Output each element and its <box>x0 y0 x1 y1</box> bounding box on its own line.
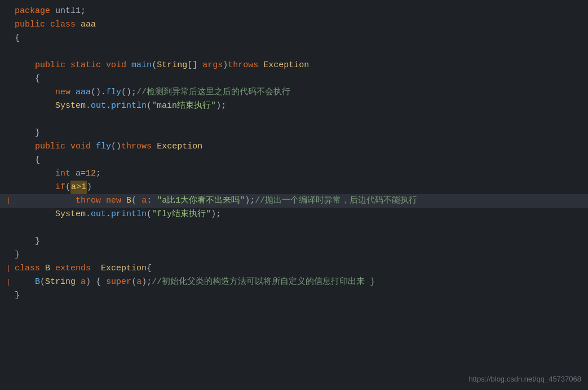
token: aaa <box>76 86 91 99</box>
token <box>40 262 45 275</box>
token: ); <box>142 275 152 289</box>
code-line: if(a>1) <box>0 181 588 194</box>
code-line: | throw new B( a: "a比1大你看不出来吗");//抛出一个编译… <box>0 194 588 208</box>
token <box>76 275 81 289</box>
token <box>91 140 96 154</box>
token: ( <box>65 181 70 194</box>
code-line: System.out.println("main结束执行"); <box>0 99 588 113</box>
token <box>45 18 50 32</box>
token <box>258 59 263 72</box>
token: : <box>147 194 157 208</box>
token: class <box>15 262 40 275</box>
token: Exception <box>263 59 309 72</box>
token: throw <box>76 194 101 208</box>
code-content: package untl1;public class aaa{ public s… <box>0 5 588 303</box>
token <box>15 59 35 72</box>
token: B <box>126 194 131 208</box>
token: new <box>106 194 121 208</box>
token: 12 <box>86 167 96 181</box>
line-gutter: | <box>5 277 12 288</box>
token: println <box>111 99 147 113</box>
token: System <box>55 208 86 221</box>
token: } <box>15 289 20 303</box>
code-line: } <box>0 235 588 248</box>
token: throws <box>121 140 152 154</box>
token <box>76 18 81 32</box>
token: public <box>15 18 45 32</box>
token <box>15 140 35 154</box>
token: . <box>86 99 91 113</box>
code-line: int a=12; <box>0 167 588 181</box>
token <box>91 262 101 275</box>
token: new <box>55 86 70 99</box>
token: (). <box>91 86 106 99</box>
token: ); <box>211 208 221 221</box>
token: { <box>147 262 152 275</box>
code-line: } <box>0 289 588 303</box>
token: //检测到异常后这里之后的代码不会执行 <box>136 86 290 99</box>
token <box>50 262 55 275</box>
token: public <box>35 140 65 154</box>
code-line: public static void main(String[] args)th… <box>0 59 588 72</box>
token: B <box>45 262 50 275</box>
token: ( <box>40 275 45 289</box>
token <box>121 194 126 208</box>
token: public <box>35 59 65 72</box>
token: ( <box>147 99 152 113</box>
token <box>152 140 157 154</box>
token: println <box>111 208 147 221</box>
token <box>65 59 70 72</box>
token: int <box>55 167 70 181</box>
token: throws <box>228 59 258 72</box>
token: . <box>106 208 111 221</box>
token: Exception <box>157 140 202 154</box>
code-line <box>0 45 588 59</box>
code-line: } <box>0 248 588 262</box>
code-line: } <box>0 126 588 140</box>
token: [] <box>187 59 202 72</box>
token <box>15 86 55 99</box>
token: ) <box>223 59 228 72</box>
token: extends <box>55 262 91 275</box>
code-line: |class B extends Exception{ <box>0 262 588 275</box>
token: //初始化父类的构造方法可以将所自定义的信息打印出来 } <box>152 275 375 289</box>
token: a <box>136 275 142 289</box>
token <box>65 140 70 154</box>
url-watermark: https://blog.csdn.net/qq_45737068 <box>469 374 582 385</box>
token <box>15 167 55 181</box>
token: { <box>15 72 40 86</box>
token: out <box>91 99 106 113</box>
code-line <box>0 113 588 126</box>
token: //抛出一个编译时异常，后边代码不能执行 <box>255 194 417 208</box>
token: args <box>202 59 223 72</box>
token: out <box>91 208 106 221</box>
token: main <box>131 59 152 72</box>
token: ; <box>96 167 101 181</box>
token <box>15 181 55 194</box>
token: ( <box>147 208 152 221</box>
token: a <box>81 275 86 289</box>
code-line: public void fly()throws Exception <box>0 140 588 154</box>
code-line: new aaa().fly();//检测到异常后这里之后的代码不会执行 <box>0 86 588 99</box>
token: (); <box>121 86 136 99</box>
token: ( <box>152 59 157 72</box>
token: class <box>50 18 76 32</box>
code-line <box>0 221 588 235</box>
code-line: | B(String a) { super(a);//初始化父类的构造方法可以将… <box>0 275 588 289</box>
token: a= <box>70 167 86 181</box>
token: void <box>106 59 126 72</box>
token: fly <box>106 86 121 99</box>
token: } <box>15 248 20 262</box>
token: package <box>15 5 50 18</box>
token: if <box>55 181 65 194</box>
token: static <box>70 59 101 72</box>
token: untl1; <box>50 5 86 18</box>
code-line: public class aaa <box>0 18 588 32</box>
token: System <box>55 99 86 113</box>
token: a>1 <box>70 181 87 194</box>
line-gutter: | <box>5 195 12 207</box>
code-editor: package untl1;public class aaa{ public s… <box>0 0 588 390</box>
token: super <box>106 275 131 289</box>
token <box>15 275 35 289</box>
token: . <box>106 99 111 113</box>
